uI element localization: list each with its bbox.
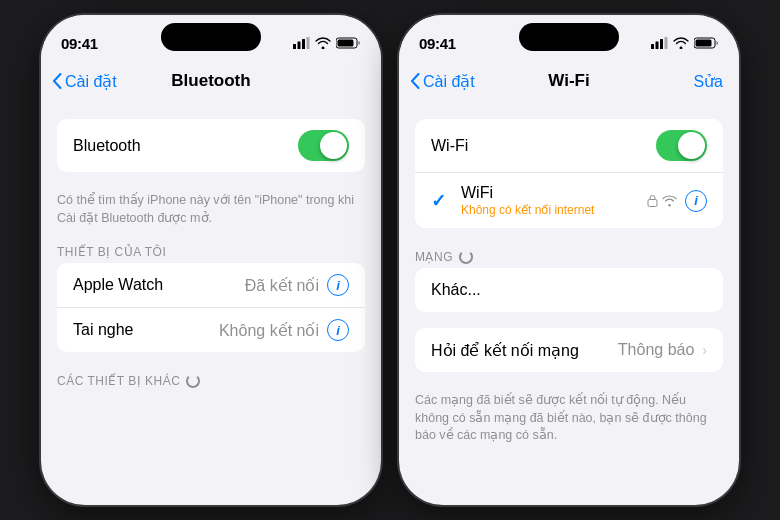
- signal-icon-wifi: [651, 37, 668, 49]
- nav-title-wifi: Wi-Fi: [548, 71, 589, 91]
- dynamic-island-bluetooth: [161, 23, 261, 51]
- status-bar-bluetooth: 09:41: [41, 15, 381, 59]
- apple-watch-item[interactable]: Apple Watch Đã kết nối i: [57, 263, 365, 308]
- ask-join-item[interactable]: Hỏi để kết nối mạng Thông báo ›: [415, 328, 723, 372]
- wifi-network-name: WiFi: [461, 184, 594, 202]
- wifi-network-left: ✓ WiFi Không có kết nối internet: [431, 184, 647, 217]
- ask-join-right: Thông báo ›: [618, 341, 707, 359]
- bluetooth-toggle-item: Bluetooth: [57, 119, 365, 172]
- wifi-status-icon-2: [673, 37, 689, 49]
- wifi-sub-text: Không có kết nối internet: [461, 203, 594, 217]
- bluetooth-content: Bluetooth Có thể tìm thấy iPhone này với…: [41, 103, 381, 392]
- networks-spinner: [459, 250, 473, 264]
- headphones-right: Không kết nối i: [219, 319, 349, 341]
- searching-spinner: [186, 374, 200, 388]
- ask-join-label: Hỏi để kết nối mạng: [431, 341, 579, 360]
- headphones-info-icon[interactable]: i: [327, 319, 349, 341]
- bluetooth-description: Có thể tìm thấy iPhone này với tên "iPho…: [41, 188, 381, 239]
- ask-join-chevron: ›: [702, 342, 707, 358]
- battery-icon: [336, 37, 361, 49]
- svg-rect-7: [656, 42, 659, 50]
- ask-join-value: Thông báo: [618, 341, 695, 359]
- wifi-network-info-icon[interactable]: i: [685, 190, 707, 212]
- svg-rect-1: [298, 42, 301, 50]
- back-label-wifi: Cài đặt: [423, 72, 475, 91]
- bluetooth-toggle[interactable]: [298, 130, 349, 161]
- back-label-bluetooth: Cài đặt: [65, 72, 117, 91]
- status-icons-bluetooth: [293, 37, 361, 49]
- wifi-network-content: WiFi Không có kết nối internet: [461, 184, 594, 217]
- back-chevron-icon-wifi: [411, 73, 420, 89]
- battery-icon-wifi: [694, 37, 719, 49]
- wifi-network-icons: [647, 194, 677, 207]
- svg-rect-8: [660, 39, 663, 49]
- lock-icon: [647, 194, 658, 207]
- back-button-bluetooth[interactable]: Cài đặt: [53, 72, 117, 91]
- wifi-toggle[interactable]: [656, 130, 707, 161]
- wifi-network-right: i: [647, 190, 707, 212]
- svg-rect-3: [307, 37, 310, 49]
- bluetooth-toggle-card: Bluetooth: [57, 119, 365, 172]
- phones-container: 09:41: [41, 15, 739, 505]
- wifi-content: Wi-Fi ✓ WiFi Không có kết nối internet: [399, 103, 739, 457]
- section-other-devices: CÁC THIẾT BỊ KHÁC: [41, 368, 381, 392]
- toggle-knob-wifi: [678, 132, 705, 159]
- back-button-wifi[interactable]: Cài đặt: [411, 72, 475, 91]
- svg-rect-6: [651, 44, 654, 49]
- nav-title-bluetooth: Bluetooth: [171, 71, 250, 91]
- back-chevron-icon: [53, 73, 62, 89]
- wifi-strength-icon: [662, 195, 677, 207]
- wifi-checkmark: ✓: [431, 190, 451, 212]
- time-bluetooth: 09:41: [61, 35, 98, 52]
- other-networks-card: Khác...: [415, 268, 723, 312]
- headphones-label: Tai nghe: [73, 321, 134, 339]
- wifi-network-item[interactable]: ✓ WiFi Không có kết nối internet: [415, 173, 723, 228]
- section-my-devices: THIẾT BỊ CỦA TÔI: [41, 239, 381, 263]
- svg-rect-5: [338, 40, 354, 47]
- svg-rect-11: [696, 40, 712, 47]
- apple-watch-info-icon[interactable]: i: [327, 274, 349, 296]
- signal-icon: [293, 37, 310, 49]
- wifi-status-icon: [315, 37, 331, 49]
- status-bar-wifi: 09:41: [399, 15, 739, 59]
- edit-button-wifi[interactable]: Sửa: [693, 72, 723, 91]
- wifi-toggle-card: Wi-Fi ✓ WiFi Không có kết nối internet: [415, 119, 723, 228]
- phone-wifi: 09:41: [399, 15, 739, 505]
- dynamic-island-wifi: [519, 23, 619, 51]
- wifi-toggle-label: Wi-Fi: [431, 137, 468, 155]
- time-wifi: 09:41: [419, 35, 456, 52]
- apple-watch-status: Đã kết nối: [245, 276, 319, 295]
- svg-rect-9: [665, 37, 668, 49]
- section-networks: MẠNG: [399, 244, 739, 268]
- apple-watch-right: Đã kết nối i: [245, 274, 349, 296]
- wifi-toggle-item: Wi-Fi: [415, 119, 723, 173]
- ask-join-card: Hỏi để kết nối mạng Thông báo ›: [415, 328, 723, 372]
- headphones-status: Không kết nối: [219, 321, 319, 340]
- svg-rect-0: [293, 44, 296, 49]
- svg-rect-12: [648, 200, 657, 207]
- svg-rect-2: [302, 39, 305, 49]
- status-icons-wifi: [651, 37, 719, 49]
- other-networks-label: Khác...: [431, 281, 481, 299]
- nav-bar-bluetooth: Cài đặt Bluetooth: [41, 59, 381, 103]
- other-networks-item[interactable]: Khác...: [415, 268, 723, 312]
- wifi-footer: Các mạng đã biết sẽ được kết nối tự động…: [399, 388, 739, 457]
- phone-bluetooth: 09:41: [41, 15, 381, 505]
- headphones-item[interactable]: Tai nghe Không kết nối i: [57, 308, 365, 352]
- my-devices-card: Apple Watch Đã kết nối i Tai nghe Không …: [57, 263, 365, 352]
- bluetooth-toggle-label: Bluetooth: [73, 137, 141, 155]
- nav-bar-wifi: Cài đặt Wi-Fi Sửa: [399, 59, 739, 103]
- toggle-knob-bluetooth: [320, 132, 347, 159]
- apple-watch-label: Apple Watch: [73, 276, 163, 294]
